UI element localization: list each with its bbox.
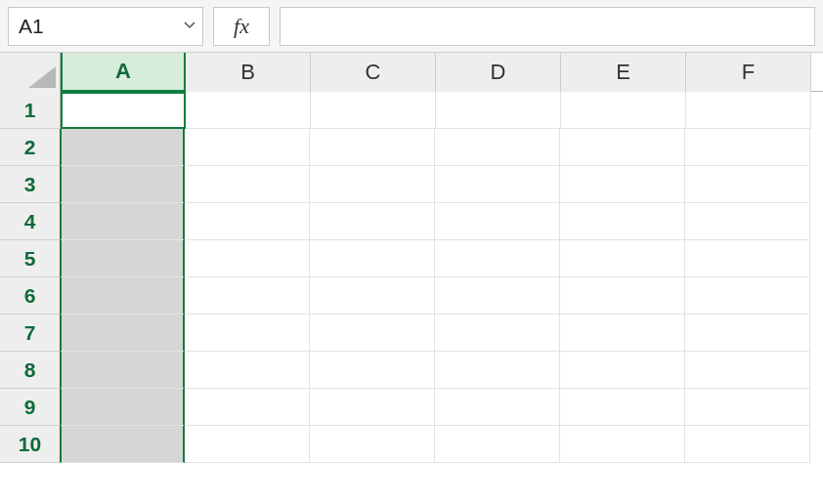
cell-d1[interactable]	[436, 92, 561, 129]
cell-e8[interactable]	[560, 352, 685, 389]
cell-f2[interactable]	[685, 129, 810, 166]
cell-b9[interactable]	[185, 389, 310, 426]
row-header-3[interactable]: 3	[0, 166, 61, 203]
column-header-c[interactable]: C	[311, 53, 436, 92]
cell-d4[interactable]	[435, 203, 560, 240]
cell-d7[interactable]	[435, 315, 560, 352]
cell-e10[interactable]	[560, 426, 685, 463]
fx-label: fx	[234, 14, 249, 39]
cell-c3[interactable]	[310, 166, 435, 203]
cell-a5[interactable]	[60, 240, 185, 277]
cell-f5[interactable]	[685, 240, 810, 277]
cell-c4[interactable]	[310, 203, 435, 240]
column-header-b[interactable]: B	[186, 53, 311, 92]
cell-b6[interactable]	[185, 277, 310, 315]
row: 3	[0, 166, 823, 203]
cell-f6[interactable]	[685, 277, 810, 315]
row-header-2[interactable]: 2	[0, 129, 61, 166]
cell-b3[interactable]	[185, 166, 310, 203]
select-all-corner[interactable]	[0, 53, 61, 92]
cell-c9[interactable]	[310, 389, 435, 426]
cell-d5[interactable]	[435, 240, 560, 277]
cell-f4[interactable]	[685, 203, 810, 240]
row: 6	[0, 277, 823, 315]
row-header-7[interactable]: 7	[0, 315, 61, 352]
cell-c8[interactable]	[310, 352, 435, 389]
cell-c10[interactable]	[310, 426, 435, 463]
cell-d9[interactable]	[435, 389, 560, 426]
row: 8	[0, 352, 823, 389]
cell-e5[interactable]	[560, 240, 685, 277]
cell-b5[interactable]	[185, 240, 310, 277]
cell-f9[interactable]	[685, 389, 810, 426]
cell-b10[interactable]	[185, 426, 310, 463]
cell-c1[interactable]	[311, 92, 436, 129]
row-header-9[interactable]: 9	[0, 389, 61, 426]
row-header-6[interactable]: 6	[0, 277, 61, 315]
cell-b7[interactable]	[185, 315, 310, 352]
cell-a4[interactable]	[60, 203, 185, 240]
cell-a6[interactable]	[60, 277, 185, 315]
column-headers-row: ABCDEF	[0, 53, 823, 92]
cell-c6[interactable]	[310, 277, 435, 315]
row: 5	[0, 240, 823, 277]
cell-a7[interactable]	[60, 315, 185, 352]
cell-e6[interactable]	[560, 277, 685, 315]
cell-f1[interactable]	[686, 92, 811, 129]
row-header-10[interactable]: 10	[0, 426, 61, 463]
formula-bar: fx	[0, 0, 823, 53]
name-box[interactable]	[8, 7, 203, 46]
cell-e3[interactable]	[560, 166, 685, 203]
cell-e7[interactable]	[560, 315, 685, 352]
column-header-e[interactable]: E	[561, 53, 686, 92]
cell-a10[interactable]	[60, 426, 185, 463]
row-header-1[interactable]: 1	[0, 92, 61, 129]
cell-b8[interactable]	[185, 352, 310, 389]
row: 1	[0, 92, 823, 129]
cell-a3[interactable]	[60, 166, 185, 203]
cell-d3[interactable]	[435, 166, 560, 203]
cell-e9[interactable]	[560, 389, 685, 426]
cell-a9[interactable]	[60, 389, 185, 426]
column-header-f[interactable]: F	[686, 53, 811, 92]
name-box-wrap	[8, 7, 203, 46]
cell-e1[interactable]	[561, 92, 686, 129]
cell-f10[interactable]	[685, 426, 810, 463]
spreadsheet-grid: ABCDEF 12345678910	[0, 53, 823, 504]
cell-b2[interactable]	[185, 129, 310, 166]
cell-d10[interactable]	[435, 426, 560, 463]
row: 2	[0, 129, 823, 166]
cell-e4[interactable]	[560, 203, 685, 240]
cell-a1[interactable]	[61, 92, 186, 129]
formula-input[interactable]	[280, 7, 815, 46]
cell-d2[interactable]	[435, 129, 560, 166]
cell-e2[interactable]	[560, 129, 685, 166]
cell-a8[interactable]	[60, 352, 185, 389]
cell-f8[interactable]	[685, 352, 810, 389]
column-header-a[interactable]: A	[61, 53, 186, 92]
cell-b1[interactable]	[186, 92, 311, 129]
row-header-8[interactable]: 8	[0, 352, 61, 389]
row: 10	[0, 426, 823, 463]
column-header-d[interactable]: D	[436, 53, 561, 92]
cell-f3[interactable]	[685, 166, 810, 203]
row-header-5[interactable]: 5	[0, 240, 61, 277]
grid-body: 12345678910	[0, 92, 823, 463]
row: 7	[0, 315, 823, 352]
cell-a2[interactable]	[60, 129, 185, 166]
row-header-4[interactable]: 4	[0, 203, 61, 240]
cell-c7[interactable]	[310, 315, 435, 352]
cell-b4[interactable]	[185, 203, 310, 240]
cell-c5[interactable]	[310, 240, 435, 277]
cell-f7[interactable]	[685, 315, 810, 352]
cell-c2[interactable]	[310, 129, 435, 166]
cell-d8[interactable]	[435, 352, 560, 389]
row: 9	[0, 389, 823, 426]
fx-button[interactable]: fx	[213, 7, 270, 46]
row: 4	[0, 203, 823, 240]
cell-d6[interactable]	[435, 277, 560, 315]
